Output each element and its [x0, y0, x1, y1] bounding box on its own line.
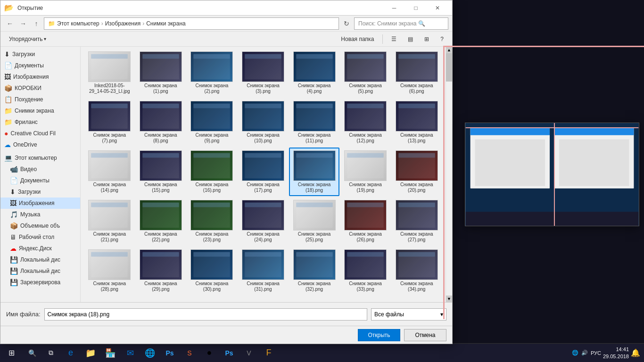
- file-item-24[interactable]: Снимок экрана (24).png: [238, 197, 289, 246]
- view-grid-button[interactable]: ⊞: [420, 34, 434, 44]
- file-item-16[interactable]: Снимок экрана (16).png: [187, 148, 237, 196]
- sidebar-item-dl2[interactable]: ⬇ Загрузки: [0, 186, 80, 197]
- address-bar[interactable]: 📁 Этот компьютер › Изображения › Снимки …: [44, 17, 339, 30]
- file-item-23[interactable]: Снимок экрана (23).png: [187, 197, 237, 246]
- sidebar-item-yandex[interactable]: ☁ Яндекс.Диск: [0, 243, 80, 254]
- file-item-9[interactable]: Снимок экрана (9).png: [187, 98, 237, 147]
- sidebar-item-desktop[interactable]: 🖥 Рабочий стол: [0, 231, 80, 243]
- forward-button[interactable]: →: [17, 18, 29, 29]
- file-item-15[interactable]: Снимок экрана (15).png: [136, 148, 186, 196]
- scrollbar[interactable]: ▲ ▼: [446, 47, 452, 302]
- file-item-7[interactable]: Снимок экрана (7).png: [84, 98, 135, 147]
- view-details-button[interactable]: ▤: [403, 34, 418, 44]
- start-button[interactable]: ⊞: [0, 344, 23, 362]
- file-item-4[interactable]: Снимок экрана (4).png: [289, 49, 339, 97]
- language-label[interactable]: РУС: [591, 350, 601, 356]
- open-button[interactable]: Открыть: [358, 329, 400, 341]
- file-item-22[interactable]: Снимок экрана (22).png: [136, 197, 186, 246]
- file-item-34[interactable]: Снимок экрана (34).png: [391, 247, 442, 295]
- sidebar-item-local1[interactable]: 💾 Локальный дис: [0, 254, 80, 265]
- close-button[interactable]: ✕: [427, 0, 448, 16]
- file-item-0[interactable]: Inked2018-05-29_14-05-23_LI.jpg: [84, 49, 135, 97]
- sidebar-item-freelance[interactable]: 📁 Фриланс: [0, 116, 80, 128]
- file-item-14[interactable]: Снимок экрана (14).png: [84, 148, 135, 196]
- file-item-18[interactable]: Снимок экрана (18).png: [289, 148, 339, 196]
- file-item-8[interactable]: Снимок экрана (8).png: [136, 98, 186, 147]
- scroll-track[interactable]: [446, 53, 452, 296]
- wps-icon[interactable]: ●: [200, 344, 219, 362]
- volume-icon[interactable]: 🔊: [581, 350, 588, 356]
- mail-icon[interactable]: ✉: [121, 344, 140, 362]
- fiddler-icon[interactable]: F: [259, 344, 278, 362]
- search-box[interactable]: Поиск: Снимки экрана 🔍: [354, 17, 448, 30]
- minimize-button[interactable]: ─: [383, 0, 405, 16]
- sidebar-item-music[interactable]: 🎵 Музыка: [0, 209, 80, 220]
- file-item-6[interactable]: Снимок экрана (6).png: [391, 49, 442, 97]
- sidebar-item-downloads[interactable]: ⬇ Загрузки: [0, 49, 80, 60]
- ps-icon[interactable]: Ps: [160, 344, 179, 362]
- file-item-13[interactable]: Снимок экрана (13).png: [391, 98, 442, 147]
- file-item-27[interactable]: Снимок экрана (27).png: [391, 197, 442, 246]
- ps2-icon[interactable]: Ps: [220, 344, 239, 362]
- edge-icon[interactable]: e: [61, 344, 80, 362]
- refresh-button[interactable]: ↻: [341, 18, 352, 29]
- sidebar-item-reserved[interactable]: 💾 Зарезервирова: [0, 277, 80, 288]
- file-item-29[interactable]: Снимок экрана (29).png: [136, 247, 186, 295]
- sidebar-item-documents[interactable]: 📄 Документы: [0, 60, 80, 71]
- taskbar-search[interactable]: 🔍: [23, 344, 41, 362]
- file-item-19[interactable]: Снимок экрана (19).png: [340, 148, 391, 196]
- file-item-17[interactable]: Снимок экрана (17).png: [238, 148, 289, 196]
- sidebar-item-creative-cloud[interactable]: ● Creative Cloud Fil: [0, 128, 80, 139]
- chrome-icon[interactable]: 🌐: [140, 344, 159, 362]
- file-item-21[interactable]: Снимок экрана (21).png: [84, 197, 135, 246]
- notification-button[interactable]: 🔔: [631, 348, 640, 357]
- file-thumbnail-32: [293, 249, 336, 280]
- view-list-button[interactable]: ☰: [387, 34, 401, 44]
- sublime-icon[interactable]: S: [180, 344, 199, 362]
- file-item-25[interactable]: Снимок экрана (25).png: [289, 197, 339, 246]
- file-item-26[interactable]: Снимок экрана (26).png: [340, 197, 391, 246]
- file-item-28[interactable]: Снимок экрана (28).png: [84, 247, 135, 295]
- file-item-20[interactable]: Снимок экрана (20).png: [391, 148, 442, 196]
- taskview-button[interactable]: ⧉: [41, 344, 60, 362]
- sidebar-item-images2[interactable]: 🖼 Изображения: [0, 197, 80, 209]
- file-item-12[interactable]: Снимок экрана (12).png: [340, 98, 391, 147]
- file-name-6: Снимок экрана (6).png: [396, 83, 438, 94]
- explorer-icon[interactable]: 📁: [81, 344, 100, 362]
- sidebar-item-onedrive[interactable]: ☁ OneDrive: [0, 139, 80, 150]
- arrange-button[interactable]: Упорядочить ▾: [4, 34, 51, 44]
- help-button[interactable]: ?: [436, 34, 448, 44]
- sidebar-item-boxes[interactable]: 📦 КОРОБКИ: [0, 82, 80, 94]
- file-item-10[interactable]: Снимок экрана (10).png: [238, 98, 289, 147]
- back-button[interactable]: ←: [4, 18, 16, 29]
- sidebar-item-pictures[interactable]: 🖼 Изображения: [0, 71, 80, 82]
- vmware-icon[interactable]: V: [239, 344, 258, 362]
- network-icon[interactable]: 🌐: [572, 350, 578, 356]
- file-item-5[interactable]: Снимок экрана (5).png: [340, 49, 391, 97]
- store-icon[interactable]: 🏪: [101, 344, 120, 362]
- file-item-32[interactable]: Снимок экрана (32).png: [289, 247, 339, 295]
- scroll-up[interactable]: ▲: [446, 47, 453, 53]
- file-item-11[interactable]: Снимок экрана (11).png: [289, 98, 339, 147]
- up-button[interactable]: ↑: [31, 18, 42, 29]
- sidebar-item-screenshots[interactable]: 📁 Снимки экрана: [0, 105, 80, 116]
- scroll-thumb[interactable]: [446, 53, 452, 82]
- sidebar-item-video[interactable]: 📹 Видео: [0, 164, 80, 175]
- sidebar-item-docs2[interactable]: 📄 Документы: [0, 175, 80, 186]
- file-item-30[interactable]: Снимок экрана (30).png: [187, 247, 237, 295]
- file-item-1[interactable]: Снимок экрана (1).png: [136, 49, 186, 97]
- file-item-33[interactable]: Снимок экрана (33).png: [340, 247, 391, 295]
- cancel-button[interactable]: Отмена: [404, 329, 446, 341]
- maximize-button[interactable]: □: [405, 0, 427, 16]
- filetype-select[interactable]: Все файлы ▾: [371, 308, 446, 321]
- file-item-2[interactable]: Снимок экрана (2).png: [187, 49, 237, 97]
- file-item-31[interactable]: Снимок экрана (31).png: [238, 247, 289, 295]
- sidebar-item-local2[interactable]: 💾 Локальный дис: [0, 265, 80, 277]
- sidebar-item-diet[interactable]: 📋 Похудение: [0, 94, 80, 105]
- file-item-3[interactable]: Снимок экрана (3).png: [238, 49, 289, 97]
- new-folder-button[interactable]: Новая папка: [336, 34, 379, 44]
- sidebar-item-3d[interactable]: 📦 Объемные объ: [0, 220, 80, 231]
- sidebar-item-this-pc[interactable]: 💻 Этот компьютер: [0, 152, 80, 164]
- filename-input[interactable]: [44, 308, 367, 321]
- scroll-down[interactable]: ▼: [446, 296, 453, 302]
